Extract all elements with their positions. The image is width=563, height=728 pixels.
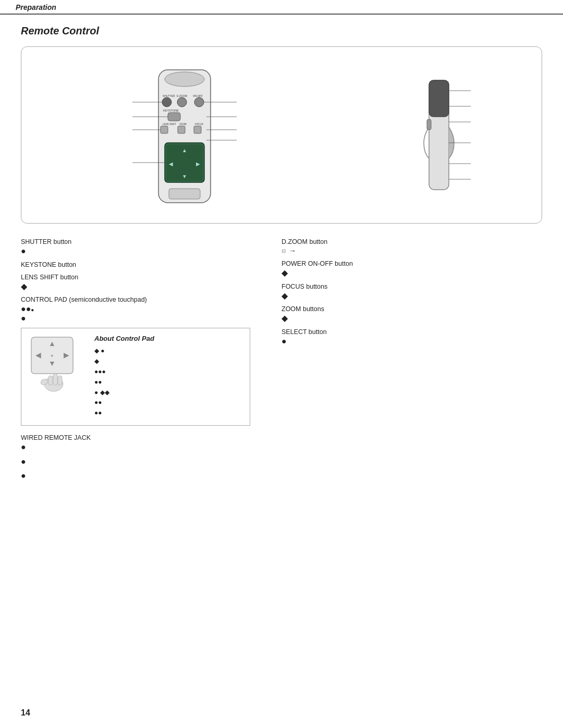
svg-rect-51 bbox=[58, 376, 62, 385]
svg-text:✦: ✦ bbox=[50, 353, 54, 359]
pad-item-7: ●● bbox=[94, 409, 242, 417]
lens-shift-button-symbol: ◆ bbox=[21, 282, 27, 291]
svg-text:◀: ◀ bbox=[35, 351, 41, 359]
svg-text:▼: ▼ bbox=[182, 174, 187, 179]
page-content: Remote Control SHUTTER D.ZOOM ON-OFF KEY… bbox=[0, 15, 563, 507]
svg-text:▼: ▼ bbox=[48, 359, 56, 367]
keystone-button-label: KEYSTONE button bbox=[21, 261, 271, 268]
svg-rect-22 bbox=[169, 189, 200, 199]
svg-text:▶: ▶ bbox=[196, 161, 200, 167]
wired-remote-jack-item: WIRED REMOTE JACK ● bbox=[21, 434, 271, 452]
svg-rect-9 bbox=[168, 113, 180, 121]
power-onoff-button-label: POWER ON-OFF button bbox=[282, 260, 532, 267]
header-title: Preparation bbox=[16, 3, 56, 11]
remote-side-svg bbox=[408, 75, 476, 195]
pad-item-4: ●● bbox=[94, 378, 242, 387]
left-desc-col: SHUTTER button ● KEYSTONE button LENS SH… bbox=[21, 238, 282, 486]
svg-rect-15 bbox=[194, 126, 201, 133]
dzoom-button-label: D.ZOOM button bbox=[282, 238, 532, 245]
svg-rect-34 bbox=[429, 80, 449, 117]
svg-rect-13 bbox=[161, 126, 168, 133]
zoom-buttons-label: ZOOM buttons bbox=[282, 305, 532, 313]
control-pad-desc: About Control Pad ◆ ● ◆ ●●● ●● ● ◆◆ ●● ●… bbox=[94, 335, 242, 419]
focus-buttons-item: FOCUS buttons ◆ bbox=[282, 283, 532, 301]
section-title: Remote Control bbox=[21, 25, 542, 37]
zoom-buttons-item: ZOOM buttons ◆ bbox=[282, 305, 532, 323]
diagram-right bbox=[353, 75, 531, 195]
svg-text:LENS SHIFT: LENS SHIFT bbox=[163, 123, 176, 126]
diagram-box: SHUTTER D.ZOOM ON-OFF KEYSTONE LENS SHIF… bbox=[21, 46, 542, 224]
svg-text:SHUTTER: SHUTTER bbox=[163, 94, 175, 97]
svg-text:ON-OFF: ON-OFF bbox=[193, 94, 203, 97]
svg-text:D.ZOOM: D.ZOOM bbox=[177, 94, 187, 97]
pad-item-5: ● ◆◆ bbox=[94, 388, 242, 397]
svg-text:▶: ▶ bbox=[64, 351, 69, 359]
svg-point-1 bbox=[165, 72, 204, 87]
extra-bullet-1: ● bbox=[21, 457, 271, 466]
svg-point-7 bbox=[194, 97, 204, 107]
shutter-button-symbol: ● bbox=[21, 246, 26, 255]
select-button-label: SELECT button bbox=[282, 328, 532, 336]
svg-rect-35 bbox=[427, 119, 431, 130]
pad-item-3: ●●● bbox=[94, 367, 242, 376]
focus-buttons-symbol: ◆ bbox=[282, 291, 288, 300]
svg-rect-50 bbox=[53, 374, 57, 385]
select-button-item: SELECT button ● bbox=[282, 328, 532, 346]
shutter-button-label: SHUTTER button bbox=[21, 238, 271, 245]
pad-item-1: ◆ ● bbox=[94, 347, 242, 355]
dzoom-symbol-row: ⊟ → bbox=[282, 246, 532, 255]
pad-item-6: ●● bbox=[94, 398, 242, 407]
right-desc-col: D.ZOOM button ⊟ → POWER ON-OFF button ◆ … bbox=[282, 238, 542, 486]
control-pad-box-title: About Control Pad bbox=[94, 335, 242, 342]
lens-shift-button-label: LENS SHIFT button bbox=[21, 274, 271, 281]
svg-rect-49 bbox=[48, 376, 53, 385]
shutter-button-item: SHUTTER button ● bbox=[21, 238, 271, 256]
svg-text:ZOOM: ZOOM bbox=[179, 123, 187, 126]
svg-point-5 bbox=[162, 97, 172, 107]
remote-control-svg: SHUTTER D.ZOOM ON-OFF KEYSTONE LENS SHIF… bbox=[127, 59, 242, 211]
power-onoff-button-item: POWER ON-OFF button ◆ bbox=[282, 260, 532, 278]
about-control-pad-box: ▲ ▼ ◀ ▶ ✦ bbox=[21, 328, 250, 426]
pad-item-2: ◆ bbox=[94, 357, 242, 366]
svg-text:FOCUS: FOCUS bbox=[195, 123, 203, 126]
control-pad-item: CONTROL PAD (semiconductive touchpad) ●●… bbox=[21, 296, 271, 323]
focus-buttons-label: FOCUS buttons bbox=[282, 283, 532, 290]
page-header: Preparation bbox=[0, 0, 563, 15]
dzoom-button-item: D.ZOOM button ⊟ → bbox=[282, 238, 532, 255]
svg-text:▲: ▲ bbox=[48, 339, 56, 348]
wired-remote-jack-label: WIRED REMOTE JACK bbox=[21, 434, 271, 441]
keystone-button-item: KEYSTONE button bbox=[21, 261, 271, 268]
svg-point-6 bbox=[177, 97, 187, 107]
select-button-symbol: ● bbox=[282, 337, 287, 346]
extra-bullet-2: ● bbox=[21, 471, 271, 480]
diagram-left: SHUTTER D.ZOOM ON-OFF KEYSTONE LENS SHIF… bbox=[32, 59, 337, 211]
svg-rect-14 bbox=[178, 126, 185, 133]
control-pad-symbols: ●●● bbox=[21, 304, 271, 314]
svg-text:▲: ▲ bbox=[182, 147, 187, 153]
power-onoff-symbol: ◆ bbox=[282, 268, 288, 277]
svg-text:KEYSTONE: KEYSTONE bbox=[163, 109, 179, 112]
control-pad-extra: ● bbox=[21, 314, 26, 323]
lens-shift-button-item: LENS SHIFT button ◆ bbox=[21, 274, 271, 291]
control-pad-illustration: ▲ ▼ ◀ ▶ ✦ bbox=[29, 335, 86, 392]
description-section: SHUTTER button ● KEYSTONE button LENS SH… bbox=[21, 238, 542, 486]
wired-remote-jack-symbols: ● bbox=[21, 442, 271, 452]
zoom-buttons-symbol: ◆ bbox=[282, 314, 288, 323]
svg-text:◀: ◀ bbox=[169, 161, 173, 167]
control-pad-label: CONTROL PAD (semiconductive touchpad) bbox=[21, 296, 271, 303]
page-number: 14 bbox=[21, 708, 30, 718]
